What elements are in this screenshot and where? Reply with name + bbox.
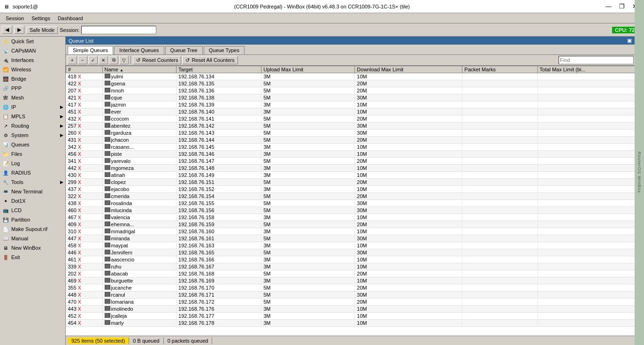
table-row[interactable]: 446 XJennifern192.168.76.1655M30M <box>66 249 644 256</box>
table-row[interactable]: 469 Xburguette192.168.76.1693M10M <box>66 277 644 284</box>
sidebar-item-quick-set[interactable]: ⚡Quick Set <box>0 37 65 46</box>
table-row[interactable]: 442 Xmgomeza192.168.76.1483M10M <box>66 165 644 172</box>
table-row[interactable]: 417 Xjazmin192.168.76.1393M10M <box>66 101 644 108</box>
table-row[interactable]: 443 Ximolinedo192.168.76.1763M10M <box>66 306 644 313</box>
reset-counters-button[interactable]: ↺ Reset Counters <box>133 56 181 64</box>
session-input[interactable] <box>81 26 156 34</box>
sidebar-item-routing[interactable]: ↗Routing <box>0 121 65 130</box>
table-row[interactable]: 310 Xmmadrigal192.168.76.1603M10M <box>66 228 644 235</box>
cell-num: 470 X <box>66 299 103 306</box>
table-row[interactable]: 438 Xrosalinda192.168.76.1555M30M <box>66 200 644 207</box>
table-row[interactable]: 452 Xjcalleja192.168.76.1773M10M <box>66 313 644 320</box>
cell-marks <box>462 165 537 172</box>
col-target[interactable]: Target <box>176 66 261 73</box>
table-row[interactable]: 432 Xccocom192.168.76.1415M20M <box>66 115 644 123</box>
table-row[interactable]: 341 Xyarevalo192.168.76.1475M20M <box>66 158 644 165</box>
safe-mode-button[interactable]: Safe Mode <box>26 26 58 34</box>
panel-box-button[interactable]: ▣ <box>626 38 633 44</box>
sidebar-item-lcd[interactable]: 📺LCD <box>0 206 65 215</box>
table-row[interactable]: 260 Xrgarduza192.168.76.1435M30M <box>66 130 644 137</box>
table-row[interactable]: 454 Xmarly192.168.76.1783M10M <box>66 320 644 327</box>
tab-interface-queues[interactable]: Interface Queues <box>114 46 164 54</box>
menubar-item-dashboard[interactable]: Dashboard <box>54 15 87 22</box>
table-row[interactable]: 458 Xmaypat192.168.76.1633M10M <box>66 242 644 249</box>
table-row[interactable]: 355 Xjucanche192.168.76.1705M20M <box>66 284 644 291</box>
sidebar-item-queues[interactable]: 📊Queues <box>0 140 65 149</box>
sidebar-item-mesh[interactable]: 🕸Mesh <box>0 93 65 102</box>
filter-button[interactable]: ▽ <box>119 56 129 64</box>
back-button[interactable]: ◀ <box>2 26 12 34</box>
add-button[interactable]: + <box>68 56 77 64</box>
minimize-button[interactable]: — <box>603 2 614 11</box>
cell-name: mmadrigal <box>102 228 176 235</box>
sidebar-item-files[interactable]: 📁Files <box>0 149 65 159</box>
sidebar-item-manual[interactable]: 📖Manual <box>0 234 65 243</box>
copy-button[interactable]: ⧉ <box>109 56 118 64</box>
sidebar-item-mpls[interactable]: 📋MPLS <box>0 112 65 121</box>
sidebar-item-new-winbox[interactable]: 🖥New WinBox <box>0 243 65 253</box>
cell-marks <box>462 263 537 270</box>
tab-queue-types[interactable]: Queue Types <box>204 46 245 54</box>
find-input[interactable] <box>559 56 634 64</box>
menubar-item-session[interactable]: Session <box>2 15 28 22</box>
table-row[interactable]: 202 Xabacab192.168.76.1685M20M <box>66 270 644 277</box>
cell-upload: 3M <box>261 165 355 172</box>
table-row[interactable]: 339 Xruhu192.168.76.1673M10M <box>66 263 644 270</box>
sidebar-item-tools[interactable]: 🔧Tools <box>0 177 65 187</box>
sidebar: ⚡Quick Set📡CAPsMAN🔌Interfaces📶Wireless🌉B… <box>0 37 66 345</box>
col-name[interactable]: Name ▲ <box>102 66 176 73</box>
tab-queue-tree[interactable]: Queue Tree <box>165 46 203 54</box>
sidebar-item-exit[interactable]: 🚪Exit <box>0 253 65 262</box>
remove-button[interactable]: − <box>78 56 87 64</box>
tab-simple-queues[interactable]: Simple Queues <box>68 46 113 54</box>
table-row[interactable]: 451 Xever192.168.76.1403M10M <box>66 108 644 115</box>
table-row[interactable]: 257 Xabenitez192.168.76.1425M30M <box>66 123 644 130</box>
sidebar-item-wireless[interactable]: 📶Wireless <box>0 65 65 74</box>
table-row[interactable]: 342 Xrcasano...192.168.76.1453M10M <box>66 144 644 151</box>
table-row[interactable]: 430 Xatinah192.168.76.1493M10M <box>66 172 644 179</box>
system-icon: ⚙ <box>2 131 9 139</box>
table-container[interactable]: # Name ▲ Target Upload Max Limit Downloa… <box>66 66 644 336</box>
menubar-item-settings[interactable]: Settings <box>28 15 54 22</box>
sidebar-item-interfaces[interactable]: 🔌Interfaces <box>0 55 65 65</box>
table-row[interactable]: 470 Xlomariana192.168.76.1725M20M <box>66 299 644 306</box>
col-num[interactable]: # <box>66 66 103 73</box>
reset-all-counters-button[interactable]: ↺ Reset All Counters <box>182 56 238 64</box>
table-row[interactable]: 456 Xpiste192.168.76.1463M10M <box>66 151 644 158</box>
sidebar-item-new-terminal[interactable]: 💻New Terminal <box>0 187 65 196</box>
sidebar-item-bridge[interactable]: 🌉Bridge <box>0 74 65 84</box>
table-row[interactable]: 422 Xgsena192.168.76.1355M20M <box>66 80 644 87</box>
table-row[interactable]: 461 Xaascencio192.168.76.1663M10M <box>66 256 644 263</box>
sidebar-item-partition[interactable]: 💾Partition <box>0 215 65 224</box>
table-row[interactable]: 299 Xclopez192.168.76.1515M20M <box>66 179 644 186</box>
table-row[interactable]: 460 Xmlucinda192.168.76.1565M30M <box>66 207 644 214</box>
sidebar-item-log[interactable]: 📝Log <box>0 159 65 168</box>
sidebar-item-dot1x[interactable]: ✦Dot1X <box>0 196 65 206</box>
disable-button[interactable]: ✕ <box>99 56 108 64</box>
table-row[interactable]: 448 Xrcanul192.168.76.1715M30M <box>66 291 644 299</box>
table-row[interactable]: 207 Xmnoh192.168.76.1365M20M <box>66 87 644 94</box>
col-total[interactable]: Total Max Limit (bi... <box>537 66 644 73</box>
table-row[interactable]: 431 Xjchacon192.168.76.1445M20M <box>66 137 644 144</box>
table-row[interactable]: 409 Xehemna...192.168.76.1595M20M <box>66 221 644 228</box>
enable-button[interactable]: ✓ <box>88 56 98 64</box>
table-row[interactable]: 418 Xyulmi192.168.76.1343M10M <box>66 73 644 80</box>
sidebar-item-caps-man[interactable]: 📡CAPsMAN <box>0 46 65 55</box>
col-upload[interactable]: Upload Max Limit <box>261 66 355 73</box>
cell-name: burguette <box>102 277 176 284</box>
sidebar-item-system[interactable]: ⚙System <box>0 130 65 140</box>
table-row[interactable]: 437 Xejacobo192.168.76.1523M10M <box>66 186 644 193</box>
forward-button[interactable]: ▶ <box>14 26 24 34</box>
table-row[interactable]: 467 Xvalencia192.168.76.1583M10M <box>66 214 644 221</box>
table-row[interactable]: 421 Xcque192.168.76.1385M30M <box>66 94 644 101</box>
col-download[interactable]: Download Max Limit <box>355 66 462 73</box>
sidebar-item-make-supout[interactable]: 📄Make Supout.rif <box>0 224 65 234</box>
sidebar-item-radius[interactable]: 👤RADIUS <box>0 168 65 177</box>
maximize-button[interactable]: ❐ <box>616 2 628 11</box>
col-marks[interactable]: Packet Marks <box>462 66 537 73</box>
sidebar-item-ppp[interactable]: 🔗PPP <box>0 84 65 93</box>
cell-total <box>537 207 644 214</box>
table-row[interactable]: 322 Xcmerida192.168.76.1545M20M <box>66 193 644 200</box>
table-row[interactable]: 447 Xmiranda192.168.76.1615M30M <box>66 235 644 242</box>
sidebar-item-ip[interactable]: 🌐IP <box>0 102 65 112</box>
